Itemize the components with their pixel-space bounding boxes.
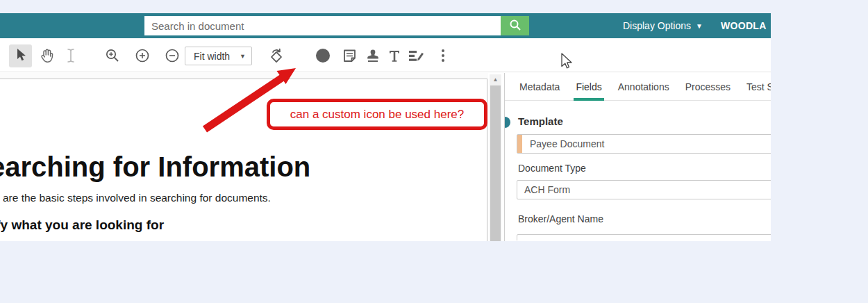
broker-agent-name-input[interactable] — [517, 234, 771, 240]
rotate-tool[interactable] — [268, 47, 285, 64]
chevron-down-icon: ▼ — [696, 22, 703, 30]
template-section-label: Template — [518, 115, 563, 127]
tab-fields[interactable]: Fields — [576, 73, 601, 100]
tab-test-site[interactable]: Test Site — [746, 73, 771, 100]
panel-tabs: Metadata Fields Annotations Processes Te… — [505, 73, 771, 101]
search-in-document-input[interactable] — [144, 16, 501, 35]
ellipse-annotation-tool[interactable] — [315, 47, 331, 64]
stamp-icon — [366, 48, 380, 63]
magnifier-plus-icon — [105, 48, 120, 63]
app-header: Display Options ▼ WOODLA — [0, 13, 771, 38]
rotate-icon — [268, 47, 285, 64]
red-callout-box: can a custom icon be used here? — [267, 99, 487, 130]
pointer-icon — [15, 48, 27, 65]
pan-hand-tool[interactable] — [38, 47, 55, 64]
scrollbar-thumb[interactable] — [490, 85, 501, 241]
document-subheading: ify what you are looking for — [0, 218, 164, 233]
tab-metadata[interactable]: Metadata — [519, 73, 560, 100]
more-options-button[interactable] — [435, 47, 451, 64]
display-options-menu[interactable]: Display Options ▼ — [623, 13, 703, 38]
template-name-input[interactable] — [517, 134, 771, 154]
search-icon — [509, 19, 521, 33]
viewer-scrollbar[interactable]: ▲ — [490, 74, 501, 241]
zoom-level-value: Fit width — [194, 51, 230, 62]
zoom-region-tool[interactable] — [104, 47, 121, 64]
redaction-tool[interactable] — [408, 47, 425, 64]
text-select-tool[interactable] — [62, 47, 79, 64]
redaction-icon — [408, 49, 425, 63]
select-pointer-tool[interactable] — [9, 44, 32, 67]
document-partial-line: you can search for information, you must… — [0, 239, 297, 241]
plus-circle-icon — [135, 48, 150, 63]
sticky-note-tool[interactable] — [341, 47, 358, 64]
document-type-label: Document Type — [518, 163, 586, 174]
zoom-out-button[interactable] — [164, 47, 181, 64]
kebab-menu-icon — [441, 48, 445, 63]
broker-agent-name-label: Broker/Agent Name — [518, 213, 603, 224]
display-options-label: Display Options — [623, 20, 691, 31]
text-annotation-tool[interactable] — [386, 47, 403, 64]
document-intro-line: e are the basic steps involved in search… — [0, 192, 271, 204]
account-name[interactable]: WOODLA — [721, 13, 767, 38]
scroll-up-icon[interactable]: ▲ — [490, 74, 501, 85]
search-button[interactable] — [501, 16, 529, 35]
hand-icon — [40, 48, 54, 63]
zoom-level-select[interactable]: Fit width ▼ — [185, 47, 252, 65]
filled-circle-icon — [315, 48, 331, 63]
document-type-input[interactable] — [517, 180, 771, 199]
note-icon — [342, 49, 357, 63]
red-callout-text: can a custom icon be used here? — [290, 108, 464, 122]
fields-tab-content: Template Document Type Broker/Agent Name — [505, 101, 771, 240]
zoom-in-button[interactable] — [134, 47, 151, 64]
metadata-panel: Metadata Fields Annotations Processes Te… — [504, 73, 771, 241]
document-heading: earching for Information — [0, 152, 310, 183]
viewer-toolbar: Fit width ▼ — [0, 38, 771, 72]
tab-annotations[interactable]: Annotations — [618, 73, 669, 100]
tab-processes[interactable]: Processes — [685, 73, 731, 100]
template-bullet-icon — [505, 117, 510, 128]
text-T-icon — [388, 49, 401, 63]
ibeam-icon — [67, 48, 75, 63]
minus-circle-icon — [165, 48, 180, 63]
stamp-tool[interactable] — [365, 47, 381, 64]
select-caret-icon: ▼ — [240, 53, 246, 60]
